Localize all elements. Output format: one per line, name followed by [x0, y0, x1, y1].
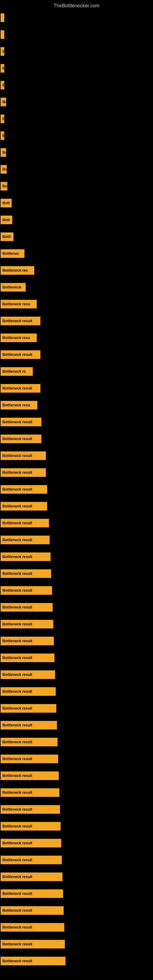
bar-row: Bottleneck result: [0, 885, 153, 902]
bar-row: Bottleneck result: [0, 616, 153, 632]
bar-row: Bottleneck resu: [0, 329, 153, 346]
bar-row: Bottleneck result: [0, 919, 153, 935]
bar-row: Bottleneck result: [0, 868, 153, 885]
bar-row: Bo: [0, 144, 153, 161]
bar-row: Bottleneck result: [0, 683, 153, 700]
bar-label: Bottleneck result: [1, 603, 53, 612]
bar-row: Bottleneck resu: [0, 396, 153, 414]
bar-label: Bottleneck result: [1, 317, 40, 325]
bar-label: Bottleneck result: [1, 788, 59, 797]
bar-row: Bo: [0, 161, 153, 178]
bar-row: Bottleneck result: [0, 953, 153, 969]
bar-label: Bottleneck result: [1, 452, 46, 460]
bar-row: Bottleneck result: [0, 902, 153, 919]
bar-label: Bottleneck result: [1, 704, 56, 713]
bar-label: Bottleneck result: [1, 839, 61, 847]
bar-row: Bottleneck result: [0, 767, 153, 784]
bars-container: EBEBoBBBoBoBotBottBottBottlBottlenecBott…: [0, 9, 153, 969]
bar-label: Bott: [1, 216, 12, 224]
bar-label: [1, 30, 4, 39]
bar-row: Bottleneck result: [0, 733, 153, 750]
bar-label: Bottleneck result: [1, 822, 61, 830]
bar-label: Bottleneck result: [1, 805, 60, 814]
bar-label: Bottleneck result: [1, 519, 49, 527]
bar-row: B: [0, 60, 153, 76]
bar-row: Bottleneck result: [0, 784, 153, 801]
bar-row: Bottleneck result: [0, 565, 153, 582]
bar-label: Bottleneck result: [1, 923, 64, 932]
bar-label: Bottleneck result: [1, 468, 46, 477]
bar-row: Bottleneck result: [0, 481, 153, 498]
bar-row: Bottleneck result: [0, 548, 153, 565]
bar-label: B: [1, 64, 4, 73]
bar-label: Bottleneck result: [1, 872, 62, 881]
bar-row: Bottleneck: [0, 279, 153, 296]
bar-label: Bottleneck result: [1, 654, 54, 662]
bar-label: Bottleneck result: [1, 940, 65, 948]
bar-row: B: [0, 110, 153, 127]
bar-row: Bott: [0, 211, 153, 228]
bar-row: Bottleneck result: [0, 750, 153, 767]
bar-row: Bottl: [0, 228, 153, 245]
bar-label: Bottleneck result: [1, 502, 47, 511]
bar-label: Bott: [1, 199, 12, 207]
bar-label: B: [1, 115, 4, 123]
bar-row: Bottleneck result: [0, 464, 153, 481]
bar-row: Bottlenec: [0, 245, 153, 262]
bar-label: Bottleneck result: [1, 485, 47, 494]
bar-row: Bottleneck result: [0, 380, 153, 396]
bar-row: Bottleneck result: [0, 531, 153, 548]
bar-row: Bottleneck res: [0, 262, 153, 279]
bar-label: Bottleneck result: [1, 721, 57, 730]
bar-label: Bottleneck result: [1, 856, 62, 864]
bar-label: Bottleneck result: [1, 586, 52, 595]
bar-row: Bottleneck resu: [0, 296, 153, 312]
bar-row: Bottleneck result: [0, 835, 153, 851]
bar-label: Bottleneck result: [1, 772, 59, 780]
bar-label: Bottleneck result: [1, 687, 56, 696]
bar-row: Bot: [0, 178, 153, 194]
bar-row: Bottleneck result: [0, 447, 153, 464]
bar-label: Bo: [1, 148, 6, 157]
bar-row: E: [0, 76, 153, 94]
bar-label: Bottleneck result: [1, 569, 51, 578]
bar-row: B: [0, 127, 153, 144]
bar-row: Bottleneck result: [0, 818, 153, 835]
bar-row: Bottleneck result: [0, 700, 153, 717]
bar-row: Bottleneck result: [0, 801, 153, 818]
bar-label: Bottleneck resu: [1, 401, 37, 409]
bar-row: Bottleneck result: [0, 582, 153, 599]
bar-label: Bottleneck result: [1, 434, 41, 443]
bar-label: Bottleneck result: [1, 957, 65, 965]
bar-row: Bottleneck result: [0, 346, 153, 363]
bar-label: Bottleneck re: [1, 367, 33, 376]
bar-label: Bottl: [1, 232, 13, 241]
bar-label: Bottleneck result: [1, 906, 64, 915]
bar-row: [0, 26, 153, 43]
bar-label: Bottleneck result: [1, 738, 57, 746]
bar-label: Bottleneck: [1, 283, 26, 291]
bar-label: [1, 13, 4, 22]
bar-row: Bottleneck result: [0, 312, 153, 329]
bar-label: Bottleneck result: [1, 536, 49, 544]
bar-row: [0, 9, 153, 26]
bar-row: Bottleneck result: [0, 851, 153, 868]
bar-row: Bo: [0, 94, 153, 110]
bar-row: E: [0, 43, 153, 60]
bar-label: Bottleneck resu: [1, 334, 37, 342]
bar-label: Bot: [1, 182, 7, 191]
bar-row: Bottleneck result: [0, 632, 153, 649]
bar-label: Bottleneck result: [1, 755, 58, 763]
bar-label: Bottleneck result: [1, 670, 55, 679]
bar-row: Bottleneck result: [0, 666, 153, 683]
bar-label: Bottleneck resu: [1, 300, 37, 309]
bar-row: Bottleneck result: [0, 498, 153, 514]
bar-label: Bottleneck res: [1, 266, 34, 275]
bar-label: E: [1, 47, 4, 56]
bar-label: Bottleneck result: [1, 350, 40, 359]
bar-row: Bottleneck result: [0, 935, 153, 953]
bar-label: Bottleneck result: [1, 384, 40, 393]
bar-label: Bo: [1, 98, 6, 106]
bar-row: Bottleneck result: [0, 514, 153, 531]
bar-label: Bottleneck result: [1, 620, 53, 628]
